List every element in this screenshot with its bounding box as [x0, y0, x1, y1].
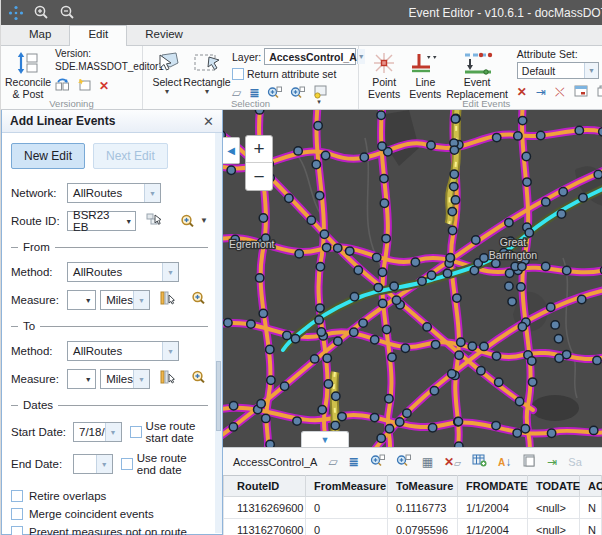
stacked-windows-icon[interactable]	[597, 85, 602, 99]
from-pick-measure-icon[interactable]	[159, 291, 175, 309]
pan-icon[interactable]	[8, 5, 24, 21]
cell-accesscontrol[interactable]: N	[580, 519, 602, 535]
map-canvas[interactable]: Egremont Great Barrington	[223, 110, 602, 447]
line-events-button[interactable]: Line Events	[405, 48, 445, 102]
to-zoom-measure-icon[interactable]	[191, 370, 208, 388]
col-fromdate[interactable]: FROMDATE	[458, 476, 528, 497]
from-measure-label: Measure:	[11, 294, 63, 306]
table-select-shape-icon[interactable]: ▱	[328, 456, 337, 468]
table-layer-name: AccessControl_A	[233, 456, 317, 468]
to-unit-value: Miles	[106, 373, 133, 385]
table-clear-selection-icon[interactable]: ✕▱	[444, 456, 461, 468]
tab-map[interactable]: Map	[11, 25, 69, 45]
label-great-barrington-2: Barrington	[489, 249, 538, 261]
to-measure-dropdown[interactable]: ▼	[67, 369, 96, 389]
cell-frommeasure[interactable]: 0	[306, 519, 388, 535]
cell-todate[interactable]: <null>	[528, 497, 580, 519]
to-pick-measure-icon[interactable]	[159, 370, 175, 388]
tab-edit[interactable]: Edit	[69, 25, 127, 46]
attribute-set-label: Attribute Set:	[517, 48, 602, 60]
start-date-dropdown[interactable]: 7/18/ ▼	[73, 422, 122, 442]
select-button[interactable]: Select ▾	[147, 48, 187, 98]
point-events-button[interactable]: Point Events	[363, 48, 405, 102]
cell-accesscontrol[interactable]: N	[580, 497, 602, 519]
route-id-value: BSR23 EB	[73, 209, 122, 233]
map-zoom-in-button[interactable]: +	[246, 136, 272, 163]
table-measure-icon[interactable]: ⇥	[547, 456, 557, 468]
attribute-set-arrow-icon: ▼	[584, 63, 598, 78]
cell-routeid[interactable]: 11316269600	[224, 497, 306, 519]
start-date-value: 7/18/	[79, 426, 105, 438]
attribute-set-value: Default	[522, 65, 555, 77]
panel-scrollbar-thumb[interactable]	[216, 361, 221, 431]
title-bar: Event Editor - v10.6.1 - docMassDOT	[1, 0, 602, 25]
use-route-start-date-checkbox[interactable]	[130, 426, 142, 438]
reconcile-post-button[interactable]: Reconcile & Post	[5, 48, 51, 102]
table-rows-icon[interactable]: ≣	[349, 456, 359, 468]
merge-coincident-events-label: Merge coincident events	[29, 508, 154, 520]
ribbon-section-edit-events: Point Events Line Events	[359, 46, 602, 109]
dates-legend: Dates	[23, 399, 53, 411]
merge-event-icon[interactable]: ⤬	[555, 86, 565, 98]
new-edit-button[interactable]: New Edit	[11, 143, 85, 169]
table-calculate-icon[interactable]: ▦	[422, 456, 433, 468]
event-replacement-button[interactable]: Event Replacement	[445, 48, 509, 102]
to-measure-label: Measure:	[11, 373, 63, 385]
event-replacement-icon	[457, 50, 497, 76]
zoom-route-menu-icon[interactable]: ▼	[180, 214, 208, 229]
tab-review[interactable]: Review	[127, 25, 201, 45]
to-method-arrow-icon: ▼	[162, 342, 178, 360]
from-zoom-measure-icon[interactable]	[191, 291, 208, 309]
merge-coincident-events-checkbox[interactable]	[11, 508, 23, 520]
rectangle-select-button[interactable]: Rectangle ▾	[187, 48, 227, 98]
panel-scrollbar[interactable]	[215, 133, 222, 533]
prevent-measures-checkbox[interactable]	[11, 526, 23, 535]
event-editor-window: Event Editor - v10.6.1 - docMassDOT Map …	[0, 0, 602, 535]
return-attribute-set-checkbox[interactable]	[232, 68, 244, 80]
zoom-in-tool-icon[interactable]	[33, 4, 50, 21]
attribute-set-dropdown[interactable]: Default ▼	[517, 62, 599, 79]
cell-tomeasure[interactable]: 0.0795596	[388, 519, 458, 535]
measure-range-icon[interactable]: ⇥	[536, 86, 546, 98]
col-accesscontrol[interactable]: AC	[580, 476, 602, 497]
to-method-dropdown: AllRoutes ▼	[67, 341, 179, 361]
from-measure-dropdown[interactable]: ▼	[67, 290, 96, 310]
event-window-icon[interactable]	[574, 85, 588, 99]
end-date-dropdown[interactable]: ▼	[73, 454, 113, 474]
table-pan-selected-icon[interactable]	[396, 454, 411, 469]
delete-version-icon[interactable]: ✕	[99, 80, 109, 92]
layer-dropdown[interactable]: AccessControl_A ▼	[264, 48, 356, 65]
table-row[interactable]: 11316270600 0 0.0795596 1/1/2004 <null> …	[224, 519, 602, 535]
collapse-table-button[interactable]: ▼	[301, 431, 349, 447]
split-event-icon[interactable]: ✕	[517, 86, 527, 98]
line-events-icon	[410, 50, 440, 76]
retire-overlaps-checkbox[interactable]	[11, 490, 23, 502]
zoom-out-tool-icon[interactable]	[59, 4, 76, 21]
table-sort-icon[interactable]: A↓	[498, 456, 511, 468]
cell-fromdate[interactable]: 1/1/2004	[458, 519, 528, 535]
refresh-version-icon[interactable]	[55, 78, 70, 93]
map-view[interactable]: Egremont Great Barrington ◀ + − ▼	[223, 110, 602, 447]
cell-fromdate[interactable]: 1/1/2004	[458, 497, 528, 519]
col-todate[interactable]: TODATE	[528, 476, 580, 497]
table-zoom-selected-icon[interactable]	[370, 454, 385, 469]
next-edit-button: Next Edit	[93, 143, 168, 169]
cell-todate[interactable]: <null>	[528, 519, 580, 535]
cell-frommeasure[interactable]: 0	[306, 497, 388, 519]
table-add-records-icon[interactable]	[472, 454, 487, 469]
panel-close-icon[interactable]: ✕	[203, 114, 214, 129]
route-id-dropdown[interactable]: BSR23 EB ▼	[67, 211, 136, 231]
pick-route-on-map-icon[interactable]	[146, 212, 162, 230]
cell-routeid[interactable]: 11316270600	[224, 519, 306, 535]
table-row[interactable]: 11316269600 0 0.1116773 1/1/2004 <null> …	[224, 497, 602, 519]
col-tomeasure[interactable]: ToMeasure	[388, 476, 458, 497]
col-frommeasure[interactable]: FromMeasure	[306, 476, 388, 497]
use-route-end-date-checkbox[interactable]	[121, 458, 133, 470]
table-paste-icon[interactable]	[522, 454, 536, 469]
col-routeid[interactable]: RouteID	[224, 476, 306, 497]
new-version-icon[interactable]	[77, 78, 92, 93]
map-zoom-out-button[interactable]: −	[246, 163, 272, 190]
cell-tomeasure[interactable]: 0.1116773	[388, 497, 458, 519]
to-measure-arrow-icon: ▼	[81, 370, 95, 388]
collapse-panel-arrow-button[interactable]: ◀	[223, 137, 240, 164]
